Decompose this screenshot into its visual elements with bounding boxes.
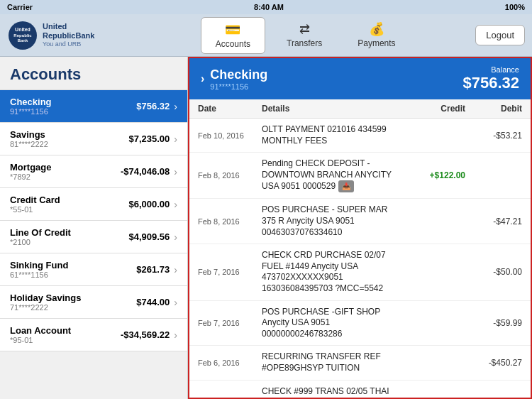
main-content: › Checking 91****1156 Balance $756.32 Da… [188, 57, 532, 399]
row-details-3: CHECK CRD PURCHASE 02/07 FUEL #1449 Anyc… [262, 250, 401, 294]
sidebar: Accounts Checking 91****1156 $756.32 › S… [0, 57, 188, 399]
row-details-0: OLTT PAYMENT 021016 434599 MONTHLY FEES [262, 124, 401, 146]
col-header-credit: Credit [401, 104, 465, 114]
row-details-2: POS PURCHASE - SUPER MAR 375 R Anycity U… [262, 204, 401, 238]
table-row: Feb 6, 2016 RECURRING TRANSFER REF #OPE8… [189, 346, 531, 380]
table-row: Feb 8, 2016 POS PURCHASE - SUPER MAR 375… [189, 199, 531, 244]
payments-icon: 💰 [369, 21, 384, 37]
content-account-number: 91****1156 [210, 82, 267, 91]
chevron-icon-credit-card: › [174, 199, 177, 210]
svg-text:Republic: Republic [13, 33, 32, 38]
account-name-mortgage: Mortgage [10, 162, 121, 173]
account-name-line-of-credit: Line Of Credit [10, 227, 128, 238]
tab-accounts-label: Accounts [216, 39, 250, 49]
chevron-icon-checking: › [174, 101, 177, 112]
chevron-icon-sinking-fund: › [174, 264, 177, 275]
account-item-sinking-fund[interactable]: Sinking Fund 61****1156 $261.73 › [0, 253, 187, 286]
svg-text:Bank: Bank [18, 38, 28, 43]
account-number-loan-account: *95-01 [10, 336, 121, 344]
accounts-icon: 💳 [225, 22, 240, 38]
row-details-6: CHECK #999 TRANS 02/05 THAI RESTAURANT O… [262, 386, 401, 398]
account-balance-credit-card: $6,000.00 [128, 199, 170, 209]
chevron-icon-savings: › [174, 133, 177, 145]
table-row: Feb 7, 2016 POS PURCHASE -GIFT SHOP Anyc… [189, 301, 531, 346]
chevron-icon-line-of-credit: › [174, 231, 177, 243]
transaction-table[interactable]: Date Details Credit Debit Feb 10, 2016 O… [189, 99, 531, 398]
tab-payments[interactable]: 💰 Payments [343, 17, 409, 54]
table-header: Date Details Credit Debit [189, 99, 531, 119]
table-row: Feb 10, 2016 OLTT PAYMENT 021016 434599 … [189, 119, 531, 153]
account-item-holiday-savings[interactable]: Holiday Savings 71****2222 $744.00 › [0, 286, 187, 319]
row-date-1: Feb 8, 2016 [198, 171, 262, 180]
table-row: Feb 8, 2016 Pending CHECK DEPOSIT - DOWN… [189, 153, 531, 199]
row-date-2: Feb 8, 2016 [198, 217, 262, 226]
time-label: 8:40 AM [254, 3, 284, 11]
account-number-line-of-credit: *2100 [10, 238, 128, 246]
balance-label: Balance [462, 65, 519, 74]
carrier-label: Carrier [7, 3, 33, 11]
account-name-savings: Savings [10, 129, 128, 140]
account-balance-savings: $7,235.00 [128, 133, 170, 144]
account-balance-loan-account: -$34,569.22 [121, 329, 170, 340]
tab-payments-label: Payments [358, 38, 395, 48]
row-date-5: Feb 6, 2016 [198, 359, 262, 367]
account-item-credit-card[interactable]: Credit Card *55-01 $6,000.00 › [0, 188, 187, 221]
account-item-mortgage[interactable]: Mortgage *7892 -$74,046.08 › [0, 155, 187, 188]
account-name-sinking-fund: Sinking Fund [10, 260, 136, 270]
header: United Republic Bank United RepublicBank… [0, 14, 532, 57]
logo-icon: United Republic Bank [7, 20, 38, 51]
nav-tabs: 💳 Accounts ⇄ Transfers 💰 Payments [135, 17, 475, 54]
account-number-checking: 91****1156 [10, 107, 136, 116]
transaction-rows: Feb 10, 2016 OLTT PAYMENT 021016 434599 … [189, 119, 531, 398]
tab-transfers[interactable]: ⇄ Transfers [272, 17, 336, 54]
account-name-checking: Checking [10, 97, 136, 107]
account-item-checking[interactable]: Checking 91****1156 $756.32 › [0, 90, 187, 123]
row-debit-4: -$59.99 [465, 318, 522, 328]
row-details-1: Pending CHECK DEPOSIT - DOWNTOWN BRANCH … [262, 158, 401, 192]
table-row: Feb 7, 2016 CHECK CRD PURCHASE 02/07 FUE… [189, 244, 531, 300]
main-layout: Accounts Checking 91****1156 $756.32 › S… [0, 57, 532, 399]
account-name-credit-card: Credit Card [10, 195, 128, 205]
row-date-3: Feb 7, 2016 [198, 268, 262, 276]
account-item-line-of-credit[interactable]: Line Of Credit *2100 $4,909.56 › [0, 221, 187, 253]
row-date-0: Feb 10, 2016 [198, 131, 262, 140]
table-row: Feb 5, 2016 CHECK #999 TRANS 02/05 THAI … [189, 381, 531, 398]
account-number-sinking-fund: 61****1156 [10, 270, 136, 279]
account-item-savings[interactable]: Savings 81****2222 $7,235.00 › [0, 123, 187, 155]
account-balance-holiday-savings: $744.00 [136, 297, 170, 307]
row-debit-3: -$50.00 [465, 267, 522, 277]
logout-button[interactable]: Logout [475, 25, 525, 45]
row-credit-1: +$122.00 [401, 170, 465, 180]
balance-amount: $756.32 [462, 74, 519, 92]
row-details-4: POS PURCHASE -GIFT SHOP Anycity USA 9051… [262, 307, 401, 340]
svg-text:United: United [15, 27, 31, 32]
account-number-holiday-savings: 71****2222 [10, 303, 136, 312]
chevron-icon-holiday-savings: › [174, 297, 177, 308]
col-header-details: Details [262, 104, 401, 114]
row-details-5: RECURRING TRANSFER REF #OPE89GHSYP TUITI… [262, 351, 401, 373]
content-account-name: Checking [210, 67, 267, 82]
deposit-icon: 📥 [338, 180, 354, 192]
row-debit-5: -$450.27 [465, 358, 522, 368]
account-number-savings: 81****2222 [10, 140, 128, 148]
tab-transfers-label: Transfers [287, 38, 322, 48]
account-number-mortgage: *7892 [10, 173, 121, 181]
account-number-credit-card: *55-01 [10, 205, 128, 214]
col-header-date: Date [198, 104, 262, 114]
account-balance-sinking-fund: $261.73 [136, 264, 170, 275]
content-header: › Checking 91****1156 Balance $756.32 [189, 58, 531, 99]
row-date-4: Feb 7, 2016 [198, 319, 262, 327]
row-debit-0: -$53.21 [465, 131, 522, 141]
content-back-chevron[interactable]: › [201, 72, 204, 85]
status-bar: Carrier 8:40 AM 100% [0, 0, 532, 14]
account-name-holiday-savings: Holiday Savings [10, 293, 136, 303]
transfers-icon: ⇄ [299, 21, 310, 37]
col-header-debit: Debit [465, 104, 522, 114]
account-balance-line-of-credit: $4,909.56 [128, 231, 170, 242]
logo-text: United RepublicBank You and URB [43, 22, 94, 48]
account-item-loan-account[interactable]: Loan Account *95-01 -$34,569.22 › [0, 319, 187, 351]
tab-accounts[interactable]: 💳 Accounts [201, 17, 265, 54]
account-balance-checking: $756.32 [136, 101, 170, 111]
logo-area: United Republic Bank United RepublicBank… [7, 20, 135, 51]
battery-label: 100% [505, 3, 525, 11]
